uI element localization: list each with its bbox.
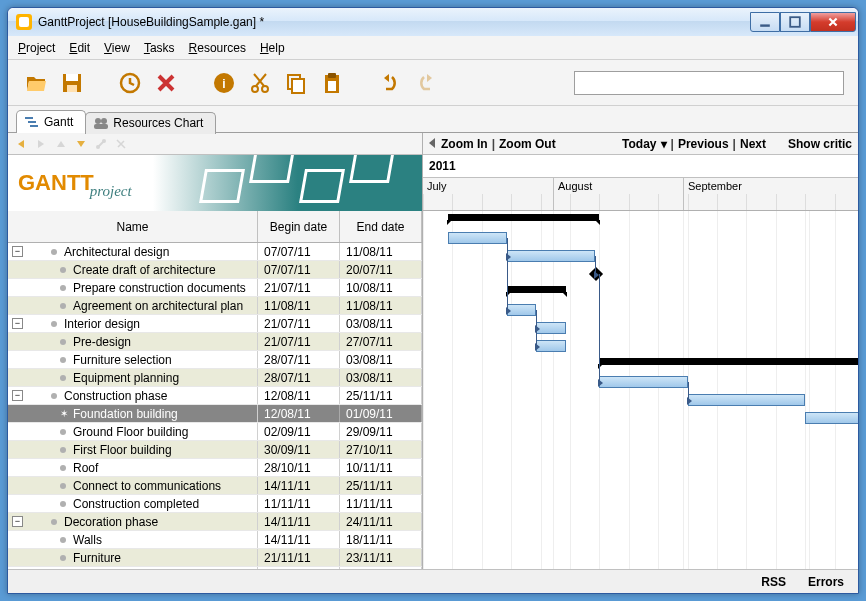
summary-bar[interactable] xyxy=(507,286,566,293)
task-end: 27/07/11 xyxy=(340,333,422,350)
task-name: Pre-design xyxy=(73,335,131,349)
task-row[interactable]: −Decoration phase14/11/1124/11/11 xyxy=(8,513,422,531)
svg-rect-16 xyxy=(28,121,36,123)
properties-icon[interactable]: i xyxy=(210,69,238,97)
collapse-icon[interactable]: − xyxy=(12,516,23,527)
task-begin: 11/11/11 xyxy=(258,495,340,512)
minimize-button[interactable] xyxy=(750,12,780,32)
gantt-chart[interactable] xyxy=(423,211,858,569)
collapse-icon[interactable]: − xyxy=(12,318,23,329)
nav-forward-icon[interactable] xyxy=(34,137,48,151)
task-begin: 21/07/11 xyxy=(258,333,340,350)
task-row[interactable]: First Floor building30/09/1127/10/11 xyxy=(8,441,422,459)
task-row[interactable]: −Construction phase12/08/1125/11/11 xyxy=(8,387,422,405)
copy-icon[interactable] xyxy=(282,69,310,97)
task-name: Construction phase xyxy=(64,389,167,403)
nav-down-icon[interactable] xyxy=(74,137,88,151)
task-row[interactable]: Agreement on architectural plan11/08/111… xyxy=(8,297,422,315)
task-bar[interactable] xyxy=(536,340,566,352)
task-end: 01/09/11 xyxy=(340,405,422,422)
task-begin: 07/07/11 xyxy=(258,243,340,260)
task-name: Construction completed xyxy=(73,497,199,511)
menu-resources[interactable]: Resources xyxy=(189,41,246,55)
task-row[interactable]: Furniture selection28/07/1103/08/11 xyxy=(8,351,422,369)
scroll-left-icon[interactable] xyxy=(429,137,437,151)
undo-icon[interactable] xyxy=(376,69,404,97)
task-row[interactable]: Walls14/11/1118/11/11 xyxy=(8,531,422,549)
task-row[interactable]: −Interior design21/07/1103/08/11 xyxy=(8,315,422,333)
task-row[interactable]: Connect to communications14/11/1125/11/1… xyxy=(8,477,422,495)
task-row[interactable]: Construction completed11/11/1111/11/11 xyxy=(8,495,422,513)
zoom-out-button[interactable]: Zoom Out xyxy=(499,137,556,151)
zoom-in-button[interactable]: Zoom In xyxy=(441,137,488,151)
task-row[interactable]: Ground Floor building02/09/1129/09/11 xyxy=(8,423,422,441)
dropdown-icon[interactable]: ▾ xyxy=(661,137,667,151)
nav-up-icon[interactable] xyxy=(54,137,68,151)
task-bar[interactable] xyxy=(599,376,688,388)
menu-help[interactable]: Help xyxy=(260,41,285,55)
svg-rect-0 xyxy=(760,24,770,26)
task-begin: 30/09/11 xyxy=(258,441,340,458)
task-row[interactable]: Create draft of architecture07/07/1120/0… xyxy=(8,261,422,279)
task-bar[interactable] xyxy=(536,322,566,334)
paste-icon[interactable] xyxy=(318,69,346,97)
summary-bar[interactable] xyxy=(448,214,599,221)
summary-bar[interactable] xyxy=(599,358,858,365)
task-begin: 28/10/11 xyxy=(258,459,340,476)
task-row[interactable]: Equipment planning28/07/1103/08/11 xyxy=(8,369,422,387)
task-row[interactable]: Prepare construction documents21/07/1110… xyxy=(8,279,422,297)
save-icon[interactable] xyxy=(58,69,86,97)
task-tree[interactable]: −Architectural design07/07/1111/08/11Cre… xyxy=(8,243,422,569)
unlink-icon[interactable] xyxy=(114,137,128,151)
task-row[interactable]: −Architectural design07/07/1111/08/11 xyxy=(8,243,422,261)
open-icon[interactable] xyxy=(22,69,50,97)
delete-icon[interactable] xyxy=(152,69,180,97)
nav-back-icon[interactable] xyxy=(14,137,28,151)
task-bar[interactable] xyxy=(507,250,595,262)
tab-gantt[interactable]: Gantt xyxy=(16,110,86,133)
svg-rect-20 xyxy=(94,124,108,129)
task-bar[interactable] xyxy=(805,412,858,424)
collapse-icon[interactable]: − xyxy=(12,246,23,257)
toolbar: i xyxy=(8,60,858,106)
col-name[interactable]: Name xyxy=(8,211,258,242)
task-bar[interactable] xyxy=(507,304,536,316)
task-bar[interactable] xyxy=(448,232,507,244)
redo-icon[interactable] xyxy=(412,69,440,97)
month-label: August xyxy=(553,178,683,210)
menu-project[interactable]: Project xyxy=(18,41,55,55)
col-end[interactable]: End date xyxy=(340,211,422,242)
errors-link[interactable]: Errors xyxy=(808,575,844,589)
link-icon[interactable] xyxy=(94,137,108,151)
collapse-icon[interactable]: − xyxy=(12,390,23,401)
col-begin[interactable]: Begin date xyxy=(258,211,340,242)
tab-resources[interactable]: Resources Chart xyxy=(85,112,216,134)
search-input[interactable] xyxy=(574,71,844,95)
month-label: July xyxy=(423,178,553,210)
maximize-button[interactable] xyxy=(780,12,810,32)
title-bar[interactable]: GanttProject [HouseBuildingSample.gan] * xyxy=(8,8,858,36)
task-bar[interactable] xyxy=(688,394,805,406)
next-button[interactable]: Next xyxy=(740,137,766,151)
menu-view[interactable]: View xyxy=(104,41,130,55)
svg-point-21 xyxy=(96,145,100,149)
task-row[interactable]: Roof28/10/1110/11/11 xyxy=(8,459,422,477)
task-row[interactable]: ✶Foundation building12/08/1101/09/11 xyxy=(8,405,422,423)
svg-point-8 xyxy=(252,86,258,92)
task-row[interactable]: Pre-design21/07/1127/07/11 xyxy=(8,333,422,351)
close-button[interactable] xyxy=(810,12,856,32)
application-window: GanttProject [HouseBuildingSample.gan] *… xyxy=(7,7,859,594)
new-task-icon[interactable] xyxy=(116,69,144,97)
previous-button[interactable]: Previous xyxy=(678,137,729,151)
show-critical-button[interactable]: Show critic xyxy=(788,137,852,151)
svg-point-22 xyxy=(102,139,106,143)
today-button[interactable]: Today xyxy=(622,137,656,151)
task-end: 29/09/11 xyxy=(340,423,422,440)
task-row[interactable]: Furniture21/11/1123/11/11 xyxy=(8,549,422,567)
cut-icon[interactable] xyxy=(246,69,274,97)
menu-tasks[interactable]: Tasks xyxy=(144,41,175,55)
task-begin: 21/07/11 xyxy=(258,315,340,332)
rss-link[interactable]: RSS xyxy=(761,575,786,589)
content-area: GANTT project Name Begin date End date −… xyxy=(8,132,858,569)
menu-edit[interactable]: Edit xyxy=(69,41,90,55)
